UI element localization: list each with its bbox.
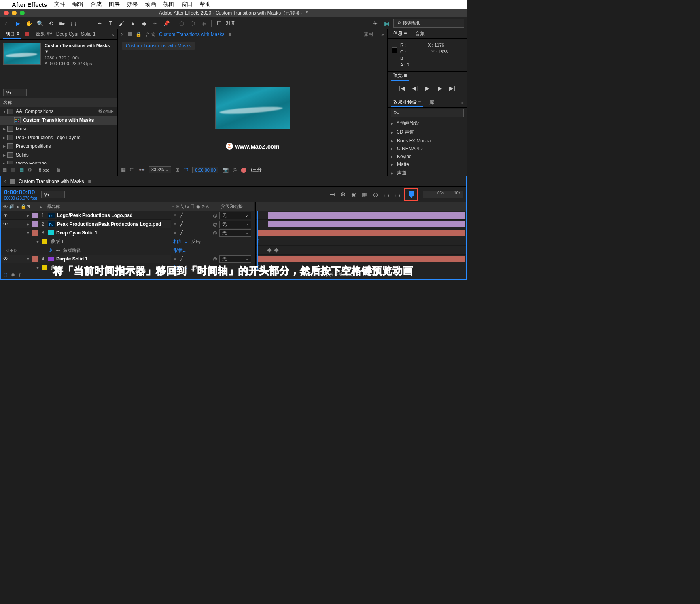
- folder-aa-compositions[interactable]: ▾ AA_Compositions �один: [0, 107, 117, 116]
- color-mgmt-icon[interactable]: ⬤: [241, 167, 247, 173]
- parent-select[interactable]: 无⌄: [219, 212, 251, 219]
- stopwatch-icon[interactable]: ⏱: [48, 248, 53, 253]
- play-icon[interactable]: ▶: [425, 85, 429, 91]
- menu-file[interactable]: 文件: [54, 1, 65, 8]
- alpha-icon[interactable]: ▦: [121, 167, 126, 173]
- mask-color[interactable]: [42, 265, 47, 270]
- eye-header-icon[interactable]: 👁: [3, 204, 8, 209]
- menu-window[interactable]: 窗口: [182, 1, 193, 8]
- keyframe-marker[interactable]: 𝕀: [257, 264, 259, 270]
- brace-icon[interactable]: {: [19, 272, 21, 277]
- label-color[interactable]: [32, 256, 38, 262]
- view-label[interactable]: (三分: [251, 166, 262, 173]
- source-name-header[interactable]: 源名称: [45, 204, 171, 210]
- pan-behind-tool-icon[interactable]: ⬚: [69, 19, 78, 28]
- clone-tool-icon[interactable]: ▲: [129, 19, 137, 28]
- menu-edit[interactable]: 编辑: [72, 1, 83, 8]
- effect-controls-tab[interactable]: 效果控件 Deep Cyan Solid 1: [33, 30, 98, 38]
- toggle-switches-modes[interactable]: 切换开关/模式: [325, 272, 353, 277]
- layer-bar[interactable]: [268, 221, 465, 227]
- next-frame-icon[interactable]: |▶: [437, 85, 443, 91]
- minimize-window-button[interactable]: [12, 11, 17, 15]
- folder-music[interactable]: ▸ Music: [0, 125, 117, 133]
- layer-bar[interactable]: [257, 256, 465, 262]
- panel-menu-icon[interactable]: »: [112, 32, 114, 37]
- folder-logo-layers[interactable]: ▸ Peak Productions Logo Layers: [0, 133, 117, 142]
- label-header-icon[interactable]: ◥: [25, 204, 37, 209]
- align-checkbox[interactable]: ☐: [215, 19, 223, 28]
- rectangle-tool-icon[interactable]: ▭: [84, 19, 93, 28]
- comp-item[interactable]: Custom Transitions with Masks: [0, 116, 117, 125]
- label-color[interactable]: [32, 230, 38, 236]
- current-time-indicator-icon[interactable]: [409, 191, 414, 198]
- zoom-tool-icon[interactable]: 🔍: [36, 19, 44, 28]
- info-tab[interactable]: 信息 ≡: [391, 29, 409, 38]
- footage-tab[interactable]: 素材: [364, 31, 373, 38]
- current-time[interactable]: 0:00:00:00: [4, 189, 37, 196]
- mask-color[interactable]: [42, 239, 47, 244]
- viewport[interactable]: Z www.MacZ.com: [118, 52, 387, 164]
- bpc-button[interactable]: 8 bpc: [36, 167, 52, 173]
- effects-presets-tab[interactable]: 效果和预设 ≡: [391, 98, 423, 107]
- hand-tool-icon[interactable]: ✋: [25, 19, 33, 28]
- lock-icon[interactable]: 🔒: [136, 32, 142, 37]
- layer-row-4[interactable]: 👁▾ 4 Purple Solid 1: [1, 255, 171, 263]
- timeline-search[interactable]: ⚲▾: [41, 191, 65, 198]
- layer-row-2[interactable]: 👁▸ 2 Ps Peak Productions/Peak Production…: [1, 220, 171, 228]
- parent-select[interactable]: 无⌄: [219, 255, 251, 263]
- mask-row[interactable]: ▾ 蒙版 1: [1, 237, 171, 246]
- maximize-window-button[interactable]: [20, 11, 25, 15]
- shape-link[interactable]: 形状...: [173, 247, 187, 254]
- close-window-button[interactable]: [4, 11, 9, 15]
- workspace-icon[interactable]: ▦: [382, 19, 391, 28]
- frame-blend-icon[interactable]: ✻: [341, 191, 346, 198]
- switches-header[interactable]: ♀ ✻ ╲ ƒx 囗 ◉ ⊘ ⊙: [171, 202, 210, 211]
- render-icon[interactable]: ⬚: [395, 191, 400, 198]
- layer-row-1[interactable]: 👁▸ 1 Ps Logo/Peak Productions Logo.psd: [1, 211, 171, 220]
- preset-category[interactable]: ▸3D 声道: [388, 128, 467, 137]
- motion-blur-icon[interactable]: ◉: [351, 191, 356, 198]
- time-ruler[interactable]: 05s 10s: [423, 191, 463, 198]
- pickwhip-icon[interactable]: @: [213, 257, 217, 261]
- app-name[interactable]: After Effects: [12, 1, 47, 8]
- last-frame-icon[interactable]: ▶|: [449, 85, 455, 91]
- first-frame-icon[interactable]: |◀: [399, 85, 405, 91]
- graph-editor-icon[interactable]: ▦: [362, 191, 367, 198]
- preset-category[interactable]: ▸Keying: [388, 153, 467, 160]
- parent-select[interactable]: 无⌄: [219, 221, 251, 228]
- parent-header[interactable]: 父级和链接: [210, 202, 254, 211]
- viewer-time[interactable]: 0:00:00:00: [192, 167, 218, 173]
- toggle-switches-icon[interactable]: ⬚: [3, 272, 7, 277]
- snap-icon-3[interactable]: ◈: [199, 19, 208, 28]
- resolution-icon[interactable]: 👓: [138, 167, 145, 173]
- grid-icon[interactable]: ⊞: [175, 167, 180, 173]
- expand-icon[interactable]: ◉: [11, 272, 15, 277]
- pickwhip-icon[interactable]: @: [213, 230, 217, 235]
- snapshot-icon[interactable]: 📷: [222, 167, 229, 173]
- selection-tool-icon[interactable]: ▶: [13, 19, 22, 28]
- trash-icon[interactable]: 🗑: [56, 167, 61, 173]
- invert-checkbox[interactable]: 反转: [191, 264, 201, 271]
- 3d-icon[interactable]: ⬚: [384, 191, 389, 198]
- menu-layer[interactable]: 图层: [109, 1, 120, 8]
- new-folder-icon[interactable]: [11, 168, 15, 172]
- folder-solids[interactable]: ▸ Solids: [0, 151, 117, 159]
- channel-icon[interactable]: ⬚: [130, 167, 134, 173]
- project-settings-icon[interactable]: ⚙: [28, 167, 32, 173]
- folder-precompositions[interactable]: ▸ Precompositions: [0, 142, 117, 151]
- preset-category[interactable]: ▸Matte: [388, 160, 467, 168]
- show-snapshot-icon[interactable]: ◎: [233, 167, 237, 173]
- interpret-footage-icon[interactable]: ▦: [2, 167, 7, 173]
- pickwhip-icon[interactable]: @: [213, 222, 217, 226]
- layer-bar[interactable]: [257, 230, 465, 236]
- menu-view[interactable]: 视图: [163, 1, 174, 8]
- preset-category[interactable]: ▸* 动画预设: [388, 119, 467, 128]
- shy-icon[interactable]: ⇥: [330, 191, 335, 198]
- invert-checkbox[interactable]: 反转: [191, 238, 201, 245]
- comp-thumbnail[interactable]: [3, 43, 41, 65]
- mask-mode-select[interactable]: 相加 ⌄: [173, 238, 188, 245]
- layer-row-3[interactable]: ▾ 3 Deep Cyan Solid 1: [1, 228, 171, 237]
- eraser-tool-icon[interactable]: ◆: [140, 19, 148, 28]
- keyframe-marker[interactable]: 𝕀: [257, 238, 259, 244]
- menu-composition[interactable]: 合成: [91, 1, 102, 8]
